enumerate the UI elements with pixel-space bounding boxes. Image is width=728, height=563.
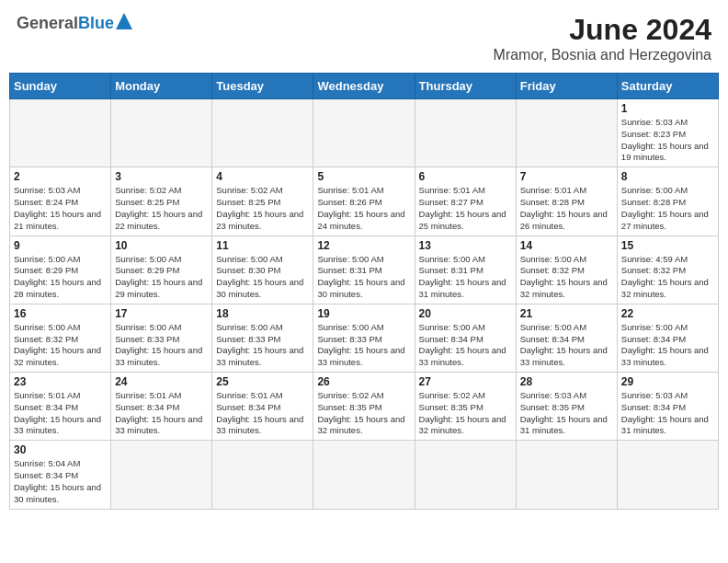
header-day-saturday: Saturday — [617, 74, 718, 99]
day-number: 10 — [115, 239, 208, 252]
calendar-cell — [313, 99, 415, 167]
week-row-1: 1Sunrise: 5:03 AM Sunset: 8:23 PM Daylig… — [10, 99, 719, 167]
calendar-cell: 17Sunrise: 5:00 AM Sunset: 8:33 PM Dayli… — [111, 304, 212, 372]
header-day-thursday: Thursday — [415, 74, 516, 99]
calendar-cell — [415, 441, 516, 509]
cell-info: Sunrise: 5:00 AM Sunset: 8:31 PM Dayligh… — [317, 254, 410, 301]
calendar-cell: 3Sunrise: 5:02 AM Sunset: 8:25 PM Daylig… — [111, 167, 212, 236]
calendar-cell — [212, 99, 313, 167]
calendar-cell — [212, 441, 313, 509]
cell-info: Sunrise: 5:00 AM Sunset: 8:34 PM Dayligh… — [621, 322, 714, 369]
cell-info: Sunrise: 5:00 AM Sunset: 8:33 PM Dayligh… — [317, 322, 410, 369]
week-row-2: 2Sunrise: 5:03 AM Sunset: 8:24 PM Daylig… — [10, 167, 719, 236]
day-number: 30 — [14, 443, 107, 456]
calendar-cell: 2Sunrise: 5:03 AM Sunset: 8:24 PM Daylig… — [10, 167, 111, 236]
calendar-cell: 6Sunrise: 5:01 AM Sunset: 8:27 PM Daylig… — [415, 167, 516, 236]
day-number: 14 — [520, 239, 613, 252]
calendar-cell: 28Sunrise: 5:03 AM Sunset: 8:35 PM Dayli… — [516, 373, 617, 441]
header-day-monday: Monday — [111, 74, 212, 99]
cell-info: Sunrise: 5:00 AM Sunset: 8:30 PM Dayligh… — [216, 254, 309, 301]
week-row-6: 30Sunrise: 5:04 AM Sunset: 8:34 PM Dayli… — [10, 441, 719, 509]
cell-info: Sunrise: 5:04 AM Sunset: 8:34 PM Dayligh… — [14, 458, 107, 505]
day-number: 21 — [520, 307, 613, 320]
day-number: 2 — [14, 170, 107, 183]
calendar-cell: 11Sunrise: 5:00 AM Sunset: 8:30 PM Dayli… — [212, 236, 313, 304]
logo-general-text: General — [17, 14, 78, 33]
day-number: 29 — [621, 375, 714, 388]
day-number: 27 — [419, 375, 512, 388]
header-day-friday: Friday — [516, 74, 617, 99]
calendar-cell — [516, 99, 617, 167]
week-row-4: 16Sunrise: 5:00 AM Sunset: 8:32 PM Dayli… — [10, 304, 719, 372]
calendar-cell: 14Sunrise: 5:00 AM Sunset: 8:32 PM Dayli… — [516, 236, 617, 304]
cell-info: Sunrise: 5:00 AM Sunset: 8:33 PM Dayligh… — [115, 322, 208, 369]
calendar-cell — [617, 441, 718, 509]
cell-info: Sunrise: 5:02 AM Sunset: 8:25 PM Dayligh… — [216, 185, 309, 232]
day-number: 23 — [14, 375, 107, 388]
calendar-cell: 16Sunrise: 5:00 AM Sunset: 8:32 PM Dayli… — [10, 304, 111, 372]
day-number: 1 — [621, 102, 714, 115]
title-area: June 2024 Mramor, Bosnia and Herzegovina — [494, 13, 711, 63]
day-number: 19 — [317, 307, 410, 320]
cell-info: Sunrise: 5:01 AM Sunset: 8:26 PM Dayligh… — [317, 185, 410, 232]
cell-info: Sunrise: 5:01 AM Sunset: 8:28 PM Dayligh… — [520, 185, 613, 232]
day-number: 11 — [216, 239, 309, 252]
calendar-cell: 22Sunrise: 5:00 AM Sunset: 8:34 PM Dayli… — [617, 304, 718, 372]
day-number: 8 — [621, 170, 714, 183]
day-number: 24 — [115, 375, 208, 388]
day-number: 26 — [317, 375, 410, 388]
cell-info: Sunrise: 5:00 AM Sunset: 8:32 PM Dayligh… — [14, 322, 107, 369]
cell-info: Sunrise: 5:00 AM Sunset: 8:29 PM Dayligh… — [115, 254, 208, 301]
calendar-cell: 19Sunrise: 5:00 AM Sunset: 8:33 PM Dayli… — [313, 304, 415, 372]
logo: General Blue — [17, 13, 132, 33]
cell-info: Sunrise: 5:03 AM Sunset: 8:24 PM Dayligh… — [14, 185, 107, 232]
calendar-cell: 23Sunrise: 5:01 AM Sunset: 8:34 PM Dayli… — [10, 373, 111, 441]
day-number: 16 — [14, 307, 107, 320]
logo-blue-text: Blue — [78, 14, 114, 33]
cell-info: Sunrise: 4:59 AM Sunset: 8:32 PM Dayligh… — [621, 254, 714, 301]
day-number: 4 — [216, 170, 309, 183]
logo-triangle-icon — [116, 13, 132, 29]
calendar-cell: 18Sunrise: 5:00 AM Sunset: 8:33 PM Dayli… — [212, 304, 313, 372]
calendar-cell: 12Sunrise: 5:00 AM Sunset: 8:31 PM Dayli… — [313, 236, 415, 304]
day-number: 28 — [520, 375, 613, 388]
day-number: 20 — [419, 307, 512, 320]
calendar-cell: 24Sunrise: 5:01 AM Sunset: 8:34 PM Dayli… — [111, 373, 212, 441]
header-row: SundayMondayTuesdayWednesdayThursdayFrid… — [10, 74, 719, 99]
calendar-cell: 7Sunrise: 5:01 AM Sunset: 8:28 PM Daylig… — [516, 167, 617, 236]
day-number: 17 — [115, 307, 208, 320]
month-title: June 2024 — [494, 13, 711, 47]
cell-info: Sunrise: 5:02 AM Sunset: 8:35 PM Dayligh… — [317, 390, 410, 437]
week-row-3: 9Sunrise: 5:00 AM Sunset: 8:29 PM Daylig… — [10, 236, 719, 304]
calendar-cell: 4Sunrise: 5:02 AM Sunset: 8:25 PM Daylig… — [212, 167, 313, 236]
svg-marker-0 — [116, 13, 132, 29]
calendar-cell — [111, 441, 212, 509]
day-number: 22 — [621, 307, 714, 320]
cell-info: Sunrise: 5:00 AM Sunset: 8:33 PM Dayligh… — [216, 322, 309, 369]
location-title: Mramor, Bosnia and Herzegovina — [494, 47, 711, 63]
calendar-cell: 9Sunrise: 5:00 AM Sunset: 8:29 PM Daylig… — [10, 236, 111, 304]
calendar-cell: 5Sunrise: 5:01 AM Sunset: 8:26 PM Daylig… — [313, 167, 415, 236]
header-day-wednesday: Wednesday — [313, 74, 415, 99]
cell-info: Sunrise: 5:03 AM Sunset: 8:34 PM Dayligh… — [621, 390, 714, 437]
calendar-cell — [313, 441, 415, 509]
day-number: 18 — [216, 307, 309, 320]
cell-info: Sunrise: 5:00 AM Sunset: 8:31 PM Dayligh… — [419, 254, 512, 301]
calendar-table: SundayMondayTuesdayWednesdayThursdayFrid… — [9, 73, 719, 510]
cell-info: Sunrise: 5:02 AM Sunset: 8:35 PM Dayligh… — [419, 390, 512, 437]
day-number: 12 — [317, 239, 410, 252]
cell-info: Sunrise: 5:00 AM Sunset: 8:34 PM Dayligh… — [419, 322, 512, 369]
calendar-cell — [111, 99, 212, 167]
day-number: 3 — [115, 170, 208, 183]
calendar-cell: 29Sunrise: 5:03 AM Sunset: 8:34 PM Dayli… — [617, 373, 718, 441]
calendar-cell: 20Sunrise: 5:00 AM Sunset: 8:34 PM Dayli… — [415, 304, 516, 372]
cell-info: Sunrise: 5:03 AM Sunset: 8:35 PM Dayligh… — [520, 390, 613, 437]
calendar-cell: 15Sunrise: 4:59 AM Sunset: 8:32 PM Dayli… — [617, 236, 718, 304]
calendar-cell: 26Sunrise: 5:02 AM Sunset: 8:35 PM Dayli… — [313, 373, 415, 441]
cell-info: Sunrise: 5:00 AM Sunset: 8:28 PM Dayligh… — [621, 185, 714, 232]
calendar-cell — [10, 99, 111, 167]
header-day-sunday: Sunday — [10, 74, 111, 99]
day-number: 7 — [520, 170, 613, 183]
calendar-cell: 1Sunrise: 5:03 AM Sunset: 8:23 PM Daylig… — [617, 99, 718, 167]
calendar-cell: 21Sunrise: 5:00 AM Sunset: 8:34 PM Dayli… — [516, 304, 617, 372]
